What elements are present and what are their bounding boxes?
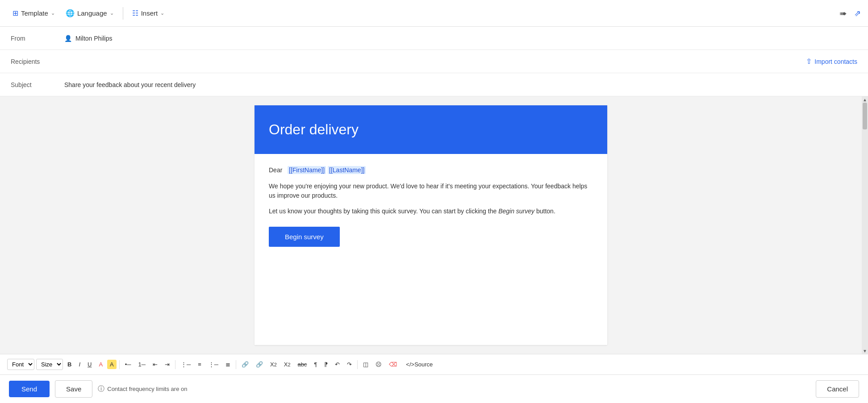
format-toolbar: Font Size B I U A A •─ 1─ ⇤ ⇥ ⋮─ ≡ ⋮─ ≣ …: [0, 354, 868, 374]
frequency-notice: ⓘ Contact frequency limits are on: [98, 385, 187, 393]
save-button[interactable]: Save: [55, 380, 92, 398]
highlight-button[interactable]: A: [107, 360, 117, 369]
para2-suffix: button.: [536, 208, 555, 215]
recipients-label: Recipients: [11, 58, 64, 65]
email-body: Order delivery Dear [[FirstName]] [[Last…: [255, 105, 607, 345]
underline-button[interactable]: U: [85, 359, 94, 370]
import-contacts[interactable]: ⇧ Import contacts: [806, 57, 857, 66]
indent-button[interactable]: ⇥: [162, 359, 172, 370]
table-button[interactable]: ◫: [360, 359, 371, 370]
cancel-button[interactable]: Cancel: [816, 380, 859, 398]
numbered-list-button[interactable]: 1─: [136, 359, 148, 370]
superscript-button[interactable]: X2: [267, 359, 280, 370]
email-para2: Let us know your thoughts by taking this…: [269, 207, 593, 216]
email-header-banner: Order delivery: [255, 105, 607, 154]
person-icon: 👤: [64, 35, 72, 42]
survey-btn-wrapper: Begin survey: [269, 223, 593, 247]
italic-button[interactable]: I: [76, 359, 83, 370]
template-label: Template: [21, 9, 48, 17]
scrollbar-track[interactable]: [862, 103, 868, 348]
expand-icon[interactable]: ⇗: [854, 8, 861, 18]
link-button[interactable]: 🔗: [239, 359, 251, 370]
redo-button[interactable]: ↷: [344, 359, 355, 370]
recipients-row: Recipients ⇧ Import contacts: [0, 50, 868, 73]
source-icon: </>: [406, 361, 414, 368]
send-button[interactable]: Send: [9, 381, 50, 397]
scroll-down[interactable]: ▼: [862, 348, 868, 354]
email-body-content[interactable]: Dear [[FirstName]] [[LastName]] We hope …: [255, 154, 607, 270]
unlink-button[interactable]: 🔗: [253, 359, 266, 370]
email-header-title: Order delivery: [269, 121, 593, 138]
language-menu[interactable]: 🌐 Language ⌄: [60, 5, 119, 21]
top-toolbar: ⊞ Template ⌄ 🌐 Language ⌄ ☷ Insert ⌄ ➠ ⇗: [0, 0, 868, 27]
source-button[interactable]: </> Source: [403, 359, 435, 370]
language-icon: 🌐: [66, 9, 75, 17]
cursor-icon: ➠: [839, 8, 847, 19]
ltr-button[interactable]: ¶: [311, 359, 320, 370]
para2-italic: Begin survey: [498, 208, 534, 215]
email-content-wrapper: Order delivery Dear [[FirstName]] [[Last…: [0, 96, 868, 354]
remove-format-button[interactable]: ⌫: [386, 359, 400, 370]
form-area: From 👤 Milton Philips Recipients ⇧ Impor…: [0, 27, 868, 96]
align-left-button[interactable]: ⋮─: [178, 359, 193, 370]
font-color-button[interactable]: A: [96, 359, 105, 370]
freq-notice-text: Contact frequency limits are on: [107, 386, 187, 392]
bold-button[interactable]: B: [65, 359, 74, 370]
template-chevron: ⌄: [51, 10, 55, 16]
email-para1: We hope you're enjoying your new product…: [269, 182, 593, 200]
email-dear-line: Dear [[FirstName]] [[LastName]]: [269, 166, 593, 174]
align-right-button[interactable]: ⋮─: [206, 359, 221, 370]
from-label: From: [11, 35, 64, 42]
from-name: Milton Philips: [75, 35, 112, 42]
insert-menu[interactable]: ☷ Insert ⌄: [127, 5, 170, 21]
template-menu[interactable]: ⊞ Template ⌄: [7, 5, 60, 21]
scrollbar-thumb[interactable]: [863, 103, 867, 129]
size-select[interactable]: Size: [36, 359, 63, 370]
firstname-field[interactable]: [[FirstName]]: [288, 166, 326, 174]
import-contacts-label: Import contacts: [814, 58, 857, 65]
subscript-button[interactable]: X2: [281, 359, 293, 370]
insert-label: Insert: [141, 9, 158, 17]
scrollbar: ▲ ▼: [862, 96, 868, 354]
scroll-up[interactable]: ▲: [862, 96, 868, 103]
para2-prefix: Let us know your thoughts by taking this…: [269, 208, 498, 215]
justify-button[interactable]: ≣: [223, 359, 233, 370]
outdent-button[interactable]: ⇤: [150, 359, 160, 370]
undo-button[interactable]: ↶: [332, 359, 342, 370]
dear-prefix: Dear: [269, 166, 282, 174]
strikethrough-button[interactable]: abc: [295, 359, 309, 370]
source-label: Source: [414, 361, 433, 368]
lastname-field[interactable]: [[LastName]]: [328, 166, 366, 174]
insert-icon: ☷: [132, 9, 138, 17]
format-divider-3: [236, 360, 236, 369]
action-bar: Send Save ⓘ Contact frequency limits are…: [0, 374, 868, 403]
email-scroll-area[interactable]: Order delivery Dear [[FirstName]] [[Last…: [0, 96, 862, 354]
import-icon: ⇧: [806, 57, 812, 66]
language-chevron: ⌄: [110, 10, 114, 16]
language-label: Language: [77, 9, 107, 17]
from-row: From 👤 Milton Philips: [0, 27, 868, 50]
begin-survey-button[interactable]: Begin survey: [269, 227, 340, 247]
toolbar-divider: [123, 7, 123, 20]
from-value: 👤 Milton Philips: [64, 35, 112, 42]
subject-label: Subject: [11, 81, 64, 88]
subject-row: Subject Share your feedback about your r…: [0, 73, 868, 96]
format-divider-2: [175, 360, 175, 369]
format-divider-4: [357, 360, 358, 369]
template-icon: ⊞: [13, 9, 18, 17]
format-divider-1: [119, 360, 120, 369]
info-icon: ⓘ: [98, 385, 104, 393]
subject-value[interactable]: Share your feedback about your recent de…: [64, 81, 196, 88]
insert-chevron: ⌄: [160, 10, 164, 16]
image-button[interactable]: ☹: [373, 359, 384, 370]
font-select[interactable]: Font: [7, 359, 34, 370]
rtl-button[interactable]: ⁋: [321, 359, 330, 370]
bullet-list-button[interactable]: •─: [122, 359, 134, 370]
align-center-button[interactable]: ≡: [195, 359, 204, 370]
toolbar-right: ➠ ⇗: [839, 8, 861, 19]
